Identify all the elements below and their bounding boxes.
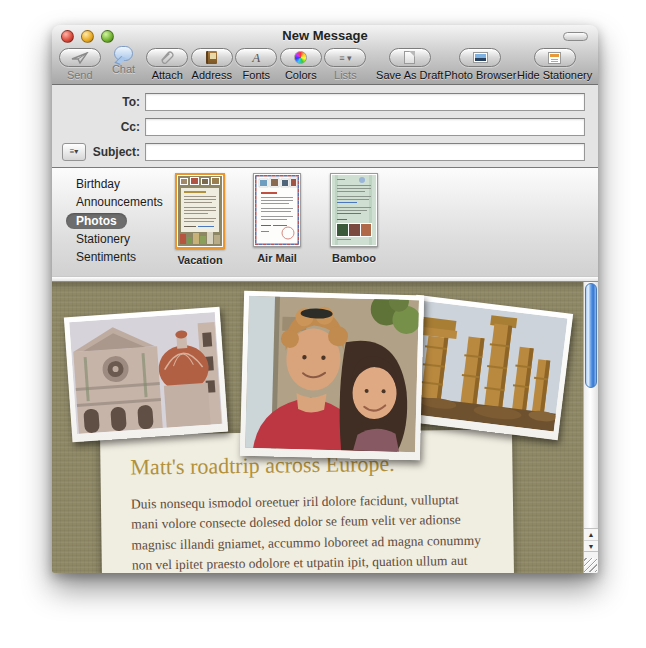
category-sentiments[interactable]: Sentiments bbox=[66, 248, 173, 266]
fonts-label: Fonts bbox=[243, 69, 271, 81]
send-button[interactable]: Send bbox=[60, 48, 100, 81]
stationery-category-list: Birthday Announcements Photos Stationery… bbox=[66, 175, 173, 266]
category-birthday[interactable]: Birthday bbox=[66, 175, 173, 193]
cc-label: Cc: bbox=[62, 120, 145, 134]
vacation-thumbnail[interactable] bbox=[175, 173, 225, 249]
bamboo-thumbnail[interactable] bbox=[330, 173, 378, 247]
window-title: New Message bbox=[52, 28, 598, 43]
cc-input[interactable] bbox=[145, 118, 585, 136]
save-as-draft-button[interactable]: Save As Draft bbox=[378, 48, 441, 81]
toolbar: Send Chat Attach Address A Fonts Colors bbox=[60, 48, 590, 81]
lists-button[interactable]: ≡ ▾ Lists bbox=[326, 48, 366, 81]
scrollbar-arrows: ▲ ▼ bbox=[584, 528, 598, 551]
hide-stationery-label: Hide Stationery bbox=[517, 69, 592, 81]
window-header: New Message Send Chat Attach Address A bbox=[52, 25, 598, 85]
attach-button[interactable]: Attach bbox=[148, 48, 188, 81]
colors-button[interactable]: Colors bbox=[281, 48, 321, 81]
stationery-picker: Birthday Announcements Photos Stationery… bbox=[52, 168, 598, 282]
vacation-label: Vacation bbox=[177, 254, 222, 266]
fonts-button[interactable]: A Fonts bbox=[237, 48, 277, 81]
template-air-mail[interactable]: Air Mail bbox=[247, 173, 307, 266]
letter-body-text: Duis nonsequ ismodol oreetuer iril dolor… bbox=[131, 490, 488, 573]
cc-row: Cc: bbox=[62, 118, 585, 136]
photo-browser-button[interactable]: Photo Browser bbox=[446, 48, 514, 81]
category-announcements[interactable]: Announcements bbox=[66, 193, 173, 211]
send-label: Send bbox=[67, 69, 93, 81]
template-vacation[interactable]: Vacation bbox=[170, 173, 230, 266]
draft-document-icon bbox=[404, 51, 415, 64]
florence-cathedral-photo bbox=[64, 307, 228, 443]
header-actions-menu-button[interactable]: ≡▾ bbox=[62, 143, 86, 161]
message-body-stationery[interactable]: Matt's roadtrip across Europe. Duis nons… bbox=[52, 282, 598, 573]
stationery-icon bbox=[548, 52, 561, 64]
subject-label: Subject: bbox=[93, 145, 140, 159]
template-thumbnails: Vacation bbox=[170, 173, 401, 266]
scroll-down-button[interactable]: ▼ bbox=[584, 540, 598, 551]
subject-row: ≡▾ Subject: bbox=[62, 143, 585, 161]
paper-plane-icon bbox=[71, 52, 89, 64]
air-mail-thumbnail[interactable] bbox=[253, 173, 301, 247]
resize-grip[interactable] bbox=[584, 551, 598, 573]
list-lines-icon: ≡ ▾ bbox=[339, 53, 351, 63]
subject-input[interactable] bbox=[145, 143, 585, 161]
fonts-a-icon: A bbox=[252, 51, 260, 64]
hide-stationery-button[interactable]: Hide Stationery bbox=[519, 48, 590, 81]
toolbar-toggle-button[interactable] bbox=[563, 32, 588, 41]
air-mail-label: Air Mail bbox=[257, 252, 297, 264]
bamboo-label: Bamboo bbox=[332, 252, 376, 264]
address-button[interactable]: Address bbox=[192, 48, 232, 81]
category-photos[interactable]: Photos bbox=[66, 213, 127, 229]
template-bamboo[interactable]: Bamboo bbox=[324, 173, 384, 266]
address-book-icon bbox=[206, 51, 217, 64]
photo-icon bbox=[473, 52, 488, 63]
paperclip-icon bbox=[159, 51, 175, 64]
scroll-up-button[interactable]: ▲ bbox=[584, 529, 598, 540]
chat-bubble-icon bbox=[114, 46, 133, 61]
chat-button[interactable]: Chat bbox=[105, 48, 143, 75]
couple-selfie-photo bbox=[240, 291, 424, 461]
lists-label: Lists bbox=[334, 69, 357, 81]
color-wheel-icon bbox=[294, 51, 307, 64]
attach-label: Attach bbox=[152, 69, 183, 81]
save-as-draft-label: Save As Draft bbox=[376, 69, 443, 81]
scrollbar-thumb[interactable] bbox=[585, 283, 597, 388]
titlebar[interactable]: New Message bbox=[52, 25, 598, 47]
new-message-window: New Message Send Chat Attach Address A bbox=[52, 25, 598, 573]
vertical-scrollbar[interactable]: ▲ ▼ bbox=[583, 282, 598, 573]
photo-browser-label: Photo Browser bbox=[444, 69, 516, 81]
to-label: To: bbox=[62, 95, 145, 109]
category-stationery[interactable]: Stationery bbox=[66, 230, 173, 248]
colors-label: Colors bbox=[285, 69, 317, 81]
chat-label: Chat bbox=[112, 63, 135, 75]
to-row: To: bbox=[62, 93, 585, 111]
to-input[interactable] bbox=[145, 93, 585, 111]
message-header-fields: To: Cc: ≡▾ Subject: bbox=[52, 85, 598, 168]
address-label: Address bbox=[192, 69, 232, 81]
temple-ruins-photo bbox=[401, 295, 573, 440]
